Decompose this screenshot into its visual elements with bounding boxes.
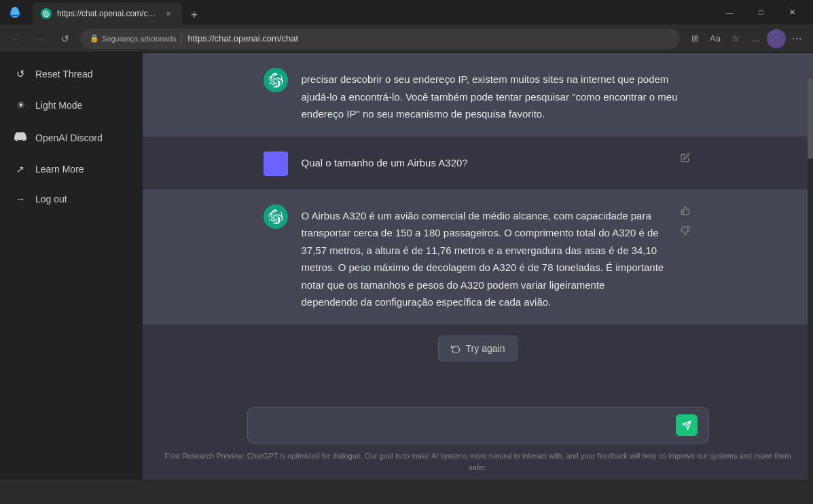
sidebar-label-reset-thread: Reset Thread: [35, 69, 93, 79]
maximize-button[interactable]: □: [745, 2, 776, 22]
separator: [181, 33, 182, 44]
browser-tab[interactable]: https://chat.openai.com/chat ×: [33, 3, 182, 24]
send-button[interactable]: [676, 414, 698, 436]
security-label: Segurança adicionada: [102, 35, 176, 43]
address-bar: ← → ↺ 🔒 Segurança adicionada https://cha…: [0, 24, 813, 53]
sun-icon: ☀: [14, 99, 27, 111]
assistant-message-text: O Airbus A320 é um avião comercial de mé…: [302, 210, 664, 308]
more-options-icon[interactable]: ⋯: [787, 29, 806, 48]
footer-disclaimer: Free Research Preview: ChatGPT is optimi…: [143, 448, 813, 480]
sidebar-label-learn-more: Learn More: [35, 164, 84, 175]
tab-url-label: https://chat.openai.com/chat: [57, 9, 158, 18]
logout-icon: →: [14, 194, 27, 204]
close-button[interactable]: ✕: [776, 2, 808, 22]
new-tab-button[interactable]: +: [185, 5, 204, 24]
refresh-button[interactable]: ↺: [56, 29, 75, 48]
retry-icon: [451, 344, 460, 353]
tab-favicon: [41, 8, 52, 19]
url-text[interactable]: https://chat.openai.com/chat: [187, 33, 670, 43]
partial-message-content: precisar descobrir o seu endereço IP, ex…: [302, 67, 693, 123]
user-avatar: [264, 151, 288, 176]
thumbs-up-button[interactable]: [678, 203, 693, 221]
assistant-avatar-partial: [264, 68, 288, 92]
chat-input[interactable]: [259, 417, 669, 433]
user-message-content: Qual o tamanho de um Airbus A320?: [302, 150, 664, 172]
assistant-message-inner: O Airbus A320 é um avião comercial de mé…: [247, 203, 709, 311]
discord-icon: [14, 130, 27, 145]
learn-more-icon: ↗: [14, 164, 27, 175]
forward-button[interactable]: →: [31, 29, 50, 48]
assistant-avatar: [264, 204, 288, 229]
sidebar-item-learn-more[interactable]: ↗ Learn More: [0, 154, 143, 184]
tab-close-button[interactable]: ×: [163, 8, 174, 19]
input-area: [143, 401, 813, 448]
user-message-inner: Qual o tamanho de um Airbus A320?: [247, 150, 709, 176]
back-button[interactable]: ←: [7, 29, 26, 48]
browser-settings-icon[interactable]: …: [746, 29, 765, 48]
try-again-button[interactable]: Try again: [438, 336, 518, 361]
user-message-actions: [678, 150, 693, 167]
minimize-button[interactable]: —: [714, 2, 745, 22]
address-input[interactable]: 🔒 Segurança adicionada https://chat.open…: [80, 29, 680, 49]
chat-messages[interactable]: precisar descobrir o seu endereço IP, ex…: [143, 53, 813, 401]
sidebar-label-discord: OpenAI Discord: [35, 132, 103, 143]
assistant-message-actions: [678, 203, 693, 241]
send-icon: [682, 420, 691, 430]
thumbs-down-button[interactable]: [678, 223, 693, 241]
sidebar-item-reset-thread[interactable]: ↺ Reset Thread: [0, 58, 143, 90]
profile-avatar[interactable]: [767, 29, 786, 48]
reset-thread-icon: ↺: [14, 68, 27, 80]
partial-assistant-message: precisar descobrir o seu endereço IP, ex…: [143, 53, 813, 137]
sidebar-label-light-mode: Light Mode: [35, 100, 82, 111]
sidebar: ↺ Reset Thread ☀ Light Mode OpenAI Disco…: [0, 53, 143, 480]
assistant-message-content: O Airbus A320 é um avião comercial de mé…: [302, 203, 664, 311]
chat-input-wrap: [247, 407, 709, 444]
browser-titlebar: https://chat.openai.com/chat × + — □ ✕: [0, 0, 813, 24]
sidebar-label-logout: Log out: [35, 194, 67, 204]
assistant-message-row: O Airbus A320 é um avião comercial de mé…: [143, 190, 813, 325]
lock-icon: 🔒: [90, 34, 99, 43]
sidebar-item-discord[interactable]: OpenAI Discord: [0, 121, 143, 154]
browser-icon: [8, 5, 22, 19]
user-message-row: Qual o tamanho de um Airbus A320?: [143, 137, 813, 190]
try-again-label: Try again: [466, 343, 505, 354]
user-message-text: Qual o tamanho de um Airbus A320?: [302, 157, 468, 168]
sidebar-item-logout[interactable]: → Log out: [0, 184, 143, 214]
tab-grid-icon[interactable]: ⊞: [685, 29, 704, 48]
try-again-area: Try again: [143, 325, 813, 367]
scrollbar-thumb[interactable]: [808, 77, 813, 159]
address-bar-icons: ⊞ Aa ☆ … ⋯: [685, 29, 806, 48]
favorites-icon[interactable]: ☆: [726, 29, 745, 48]
partial-message-inner: precisar descobrir o seu endereço IP, ex…: [247, 67, 709, 123]
reader-mode-icon[interactable]: Aa: [706, 29, 725, 48]
security-badge: 🔒 Segurança adicionada: [90, 34, 176, 43]
scrollbar-track: [808, 77, 813, 504]
chat-area: precisar descobrir o seu endereço IP, ex…: [143, 53, 813, 480]
sidebar-item-light-mode[interactable]: ☀ Light Mode: [0, 90, 143, 121]
partial-message-text: precisar descobrir o seu endereço IP, ex…: [302, 73, 678, 120]
footer-text: Free Research Preview: ChatGPT is optimi…: [165, 452, 791, 471]
main-area: ↺ Reset Thread ☀ Light Mode OpenAI Disco…: [0, 53, 813, 480]
edit-message-button[interactable]: [678, 150, 693, 167]
